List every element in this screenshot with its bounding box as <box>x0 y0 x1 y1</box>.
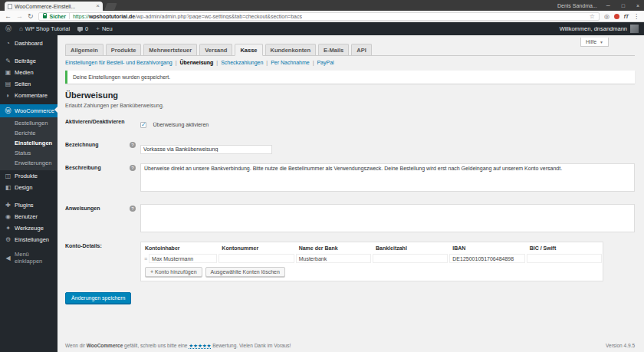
submenu-item-extensions[interactable]: Erweiterungen <box>0 158 58 168</box>
subnav-paypal[interactable]: PayPal <box>317 60 334 65</box>
bank-name-cell[interactable]: Musterbank <box>296 254 371 263</box>
delete-accounts-button[interactable]: Ausgewählte Konten löschen <box>205 267 285 277</box>
sidebar-item-woocommerce[interactable]: Ⓦ WooCommerce <box>0 104 58 117</box>
browser-tab[interactable]: WooCommerce-Einstell... × <box>5 2 103 11</box>
submenu-item-status[interactable]: Status <box>0 148 58 158</box>
subnav-checkout-options[interactable]: Einstellungen für Bestell- und Bezahlvor… <box>65 60 172 65</box>
subnav-separator: | <box>313 60 314 65</box>
sidebar-item-pages[interactable]: ▤ Seiten <box>0 78 58 90</box>
forward-icon: → <box>16 13 23 20</box>
sidebar-item-users[interactable]: ◉ Benutzer <box>0 211 58 222</box>
account-number-cell[interactable] <box>219 254 294 263</box>
footer-thanks-text: Wenn dir WooCommerce gefällt, schreib un… <box>65 343 291 349</box>
sidebar-item-tools[interactable]: ✦ Werkzeuge <box>0 222 58 234</box>
adblock-extension-icon[interactable] <box>614 14 619 19</box>
submenu-item-settings[interactable]: Einstellungen <box>0 138 58 148</box>
subnav-scheckzahlungen[interactable]: Scheckzahlungen <box>221 60 263 65</box>
sidebar-item-dashboard[interactable]: ◔ Dashboard <box>0 38 58 49</box>
settings-gear-icon: ⚙ <box>5 236 12 243</box>
reload-icon[interactable]: ↻ <box>28 13 34 20</box>
version-label: Version 4.9.5 <box>606 343 635 349</box>
sidebar-item-plugins[interactable]: ✚ Plugins <box>0 199 58 211</box>
tab-emails[interactable]: E-Mails <box>318 44 349 55</box>
sidebar-item-appearance[interactable]: ◧ Design <box>0 182 58 193</box>
browser-menu-icon[interactable]: ⋮ <box>633 13 639 20</box>
iban-cell[interactable]: DE125001051706484898 <box>449 254 524 263</box>
save-changes-button[interactable]: Änderungen speichern <box>65 292 131 304</box>
help-tip-icon[interactable] <box>130 206 136 212</box>
woocommerce-brand: WooCommerce <box>87 343 123 348</box>
tab-mehrwertsteuer[interactable]: Mehrwertsteuer <box>143 44 197 55</box>
back-icon[interactable]: ← <box>5 13 12 20</box>
page-url[interactable]: https://wpshoptutorial.de/wp-admin/admin… <box>73 14 302 19</box>
sidebar-item-settings[interactable]: ⚙ Einstellungen <box>0 234 58 245</box>
description-textarea[interactable]: Überweise direkt an unsere Bankverbindun… <box>140 163 635 192</box>
submenu-item-reports[interactable]: Berichte <box>0 128 58 138</box>
tab-versand[interactable]: Versand <box>199 44 232 55</box>
title-label: Bezeichnung <box>65 142 99 147</box>
browser-profile-button[interactable]: Denis Sandma... <box>557 3 597 8</box>
users-icon: ◉ <box>5 213 12 220</box>
sidebar-item-products[interactable]: ◫ Produkte <box>0 170 58 182</box>
accounts-row: Konto-Details: Kontoinhaber Kontonummer … <box>65 242 635 281</box>
drag-handle-icon[interactable]: ≡ <box>144 256 147 262</box>
posts-icon: ✎ <box>5 58 12 64</box>
sidebar-item-posts[interactable]: ✎ Beiträge <box>0 55 58 67</box>
col-bic: BIC / Swift <box>526 242 603 253</box>
comments-link[interactable]: 0 <box>77 25 88 32</box>
tab-allgemein[interactable]: Allgemein <box>65 44 104 55</box>
tab-kundenkonten[interactable]: Kundenkonten <box>265 44 317 55</box>
window-minimize-button[interactable]: ─ <box>604 3 613 8</box>
font-extension-icon[interactable]: fT <box>624 14 629 19</box>
tab-kasse[interactable]: Kasse <box>235 44 262 56</box>
add-account-button[interactable]: + Konto hinzufügen <box>145 267 202 277</box>
help-tip-icon[interactable] <box>130 142 136 148</box>
help-dropdown-button[interactable]: Hilfe ▼ <box>580 38 609 47</box>
account-table-row: ≡ Max Mustermann Musterbank DE1250010517… <box>141 253 603 264</box>
bic-cell[interactable] <box>527 254 602 263</box>
title-input[interactable] <box>140 145 272 154</box>
new-label: Neu <box>102 25 113 32</box>
new-tab-button[interactable] <box>104 3 117 10</box>
subnav-separator: | <box>176 60 177 65</box>
instructions-row: Anweisungen <box>65 204 635 235</box>
site-name-link[interactable]: ⌂ WP Shop Tutorial <box>19 25 70 32</box>
accounts-table-panel: Kontoinhaber Kontonummer Name der Bank B… <box>140 242 603 281</box>
home-icon: ⌂ <box>19 25 23 32</box>
rating-stars-link[interactable]: ★★★★★ <box>189 343 211 349</box>
browser-tabstrip: WooCommerce-Einstell... × Denis Sandma..… <box>0 0 644 11</box>
new-content-link[interactable]: + Neu <box>96 25 112 32</box>
extension-icon[interactable]: ◎ <box>604 13 610 20</box>
address-bar[interactable]: Sicher https://wpshoptutorial.de/wp-admi… <box>38 12 600 21</box>
collapse-menu-button[interactable]: ◀ Menü einklappen <box>0 248 58 267</box>
tab-close-icon[interactable]: × <box>96 3 100 9</box>
account-name-cell[interactable]: Max Mustermann <box>149 254 217 263</box>
comments-icon <box>77 27 83 31</box>
wordpress-logo-icon[interactable]: Ⓦ <box>5 25 12 33</box>
security-label[interactable]: Sicher <box>50 14 66 19</box>
dashboard-icon: ◔ <box>5 40 12 47</box>
col-kontoinhaber: Kontoinhaber <box>141 242 218 253</box>
sort-code-cell[interactable] <box>373 254 448 263</box>
account-menu[interactable]: Willkommen, dnsandmann <box>560 25 639 33</box>
window-maximize-button[interactable]: □ <box>619 3 627 8</box>
instructions-textarea[interactable] <box>140 204 635 232</box>
description-row: Beschreibung Überweise direkt an unsere … <box>65 163 635 195</box>
settings-tabs: Allgemein Produkte Mehrwertsteuer Versan… <box>65 44 635 56</box>
tab-title: WooCommerce-Einstell... <box>15 4 94 9</box>
plugins-icon: ✚ <box>5 202 12 209</box>
submenu-item-orders[interactable]: Bestellungen <box>0 118 58 128</box>
enable-checkbox[interactable] <box>140 122 146 128</box>
url-path: /wp-admin/admin.php?page=wc-settings&tab… <box>135 14 302 19</box>
success-notice: Deine Einstellungen wurden gespeichert. <box>65 71 635 84</box>
sidebar-item-media[interactable]: ▣ Medien <box>0 67 58 78</box>
bookmark-star-icon[interactable]: ☆ <box>590 13 595 20</box>
sidebar-item-comments[interactable]: ◗ Kommentare <box>0 90 58 101</box>
help-tip-icon[interactable] <box>130 165 136 171</box>
tab-produkte[interactable]: Produkte <box>106 44 142 55</box>
window-close-button[interactable]: × <box>634 3 642 8</box>
description-label: Beschreibung <box>65 165 101 170</box>
tab-api[interactable]: API <box>351 44 372 55</box>
subnav-ueberweisung[interactable]: Überweisung <box>179 60 213 65</box>
subnav-nachnahme[interactable]: Per Nachnahme <box>271 60 310 65</box>
